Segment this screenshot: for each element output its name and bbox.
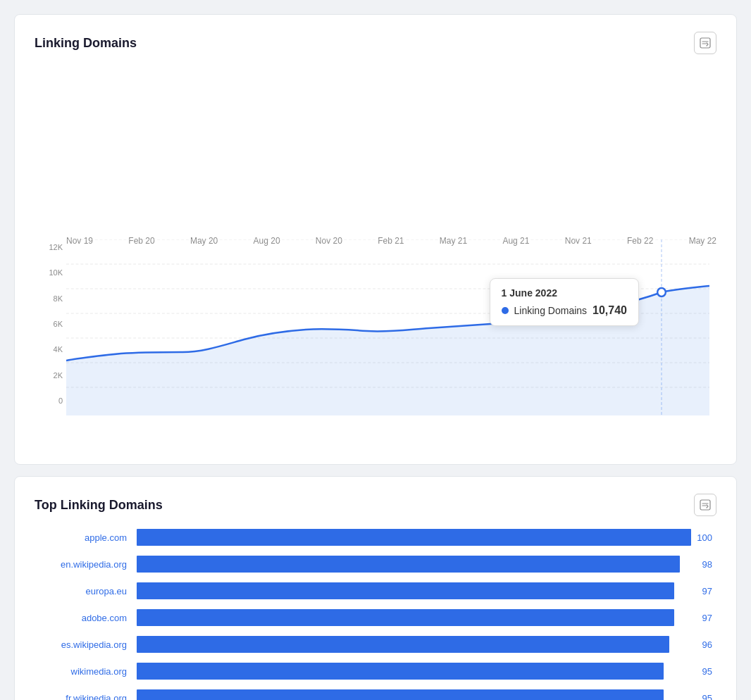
bar-fill — [137, 663, 664, 680]
y-label-4k: 4K — [35, 345, 63, 354]
bar-chart-container: apple.com100en.wikipedia.org98europa.eu9… — [35, 527, 716, 700]
bar-value-label: 96 — [702, 639, 712, 650]
bar-track: 96 — [137, 636, 691, 653]
svg-rect-10 — [700, 500, 710, 510]
y-label-8k: 8K — [35, 294, 63, 303]
top-domains-export-button[interactable] — [694, 494, 716, 516]
bar-value-label: 95 — [702, 666, 712, 677]
bar-track-wrapper: 98 — [137, 556, 691, 573]
top-domains-title: Top Linking Domains — [35, 498, 163, 513]
bar-domain-label[interactable]: europa.eu — [35, 586, 137, 596]
bar-domain-label[interactable]: apple.com — [35, 532, 137, 543]
tooltip-dot — [502, 307, 509, 314]
bar-value-label: 98 — [702, 559, 712, 570]
bar-fill — [137, 636, 669, 653]
bar-track-wrapper: 95 — [137, 663, 691, 680]
y-label-2k: 2K — [35, 371, 63, 380]
bar-value-label: 97 — [702, 613, 712, 623]
bar-row: europa.eu97 — [35, 581, 716, 601]
bar-fill — [137, 609, 674, 626]
tooltip-row: Linking Domains 10,740 — [502, 304, 627, 317]
bar-track-wrapper: 100 — [137, 529, 691, 546]
bar-track: 95 — [137, 689, 691, 700]
bar-track: 97 — [137, 609, 691, 626]
card-header: Linking Domains — [35, 32, 716, 54]
bar-domain-label[interactable]: wikimedia.org — [35, 666, 137, 677]
linking-domains-card: Linking Domains 0 2K 4K 6K 8K 10K 12K — [14, 14, 737, 465]
line-chart-area: 0 2K 4K 6K 8K 10K 12K — [35, 236, 716, 447]
y-label-0: 0 — [35, 396, 63, 405]
bar-track: 95 — [137, 663, 691, 680]
bar-domain-label[interactable]: adobe.com — [35, 613, 137, 623]
main-container: Linking Domains 0 2K 4K 6K 8K 10K 12K — [14, 14, 737, 700]
linking-domains-title: Linking Domains — [35, 36, 137, 51]
bar-track-wrapper: 97 — [137, 609, 691, 626]
top-linking-domains-card: Top Linking Domains apple.com100en.wikip… — [14, 476, 737, 700]
top-domains-header: Top Linking Domains — [35, 494, 716, 516]
bar-row: fr.wikipedia.org95 — [35, 688, 716, 700]
y-label-10k: 10K — [35, 268, 63, 277]
bar-fill — [137, 529, 691, 546]
bar-row: wikimedia.org95 — [35, 661, 716, 681]
chart-tooltip: 1 June 2022 Linking Domains 10,740 — [490, 278, 639, 326]
svg-point-9 — [657, 288, 666, 296]
bar-track-wrapper: 96 — [137, 636, 691, 653]
bar-value-label: 95 — [702, 693, 712, 701]
bar-domain-label[interactable]: fr.wikipedia.org — [35, 693, 137, 701]
y-label-12k: 12K — [35, 243, 63, 251]
line-chart-svg — [66, 239, 709, 415]
bar-fill — [137, 689, 664, 700]
y-label-6k: 6K — [35, 320, 63, 328]
tooltip-date: 1 June 2022 — [502, 287, 627, 299]
bar-row: apple.com100 — [35, 527, 716, 547]
bar-track-wrapper: 95 — [137, 689, 691, 700]
bar-value-label: 100 — [697, 532, 712, 543]
bar-fill — [137, 582, 674, 599]
bar-row: adobe.com97 — [35, 608, 716, 627]
bar-fill — [137, 556, 680, 573]
tooltip-metric: Linking Domains — [514, 305, 588, 316]
bar-row: es.wikipedia.org96 — [35, 635, 716, 654]
bar-track: 100 — [137, 529, 691, 546]
export-button[interactable] — [694, 32, 716, 54]
svg-rect-0 — [700, 38, 710, 48]
bar-row: en.wikipedia.org98 — [35, 554, 716, 574]
tooltip-value: 10,740 — [592, 304, 627, 317]
bar-track: 97 — [137, 582, 691, 599]
bar-track-wrapper: 97 — [137, 582, 691, 599]
bar-track: 98 — [137, 556, 691, 573]
bar-domain-label[interactable]: es.wikipedia.org — [35, 639, 137, 650]
bar-domain-label[interactable]: en.wikipedia.org — [35, 559, 137, 570]
bar-value-label: 97 — [702, 586, 712, 596]
